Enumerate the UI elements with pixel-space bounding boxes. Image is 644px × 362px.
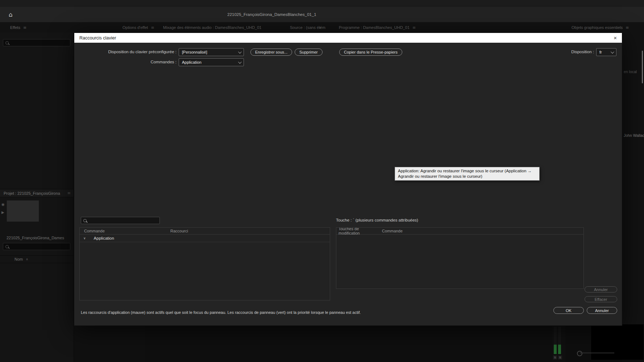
- commands-label: Commandes :: [74, 60, 176, 64]
- modifier-table-header: Touches de modification Commande: [336, 228, 583, 235]
- cancel-button[interactable]: Annuler: [587, 307, 617, 314]
- command-table-header: Commande Raccourci: [80, 228, 330, 235]
- modifier-table: Touches de modification Commande: [336, 227, 584, 289]
- key-tooltip: Application: Agrandir ou restaurer l'ima…: [395, 167, 540, 181]
- save-as-button[interactable]: Enregistrer sous...: [250, 49, 292, 56]
- chevron-down-icon: [238, 50, 242, 54]
- search-icon: [83, 219, 87, 222]
- command-search-input[interactable]: [81, 217, 160, 224]
- commands-dropdown[interactable]: Application: [179, 58, 244, 66]
- layout-dropdown[interactable]: fr: [596, 48, 616, 56]
- clear-button[interactable]: Effacer: [585, 296, 617, 302]
- close-icon[interactable]: ×: [614, 35, 617, 41]
- menu-bar: [0, 0, 644, 7]
- delete-preset-button[interactable]: Supprimer: [295, 49, 323, 56]
- keyboard-map: [79, 74, 618, 212]
- chevron-down-icon: [238, 60, 242, 64]
- key-info-text: Touche : ` (plusieurs commandes attribué…: [336, 218, 418, 222]
- preset-dropdown[interactable]: [Personnalisé]: [179, 48, 244, 56]
- preset-label: Disposition du clavier préconfigurée :: [74, 50, 176, 54]
- shortcut-color-note: Les raccourcis d'application (mauve) son…: [81, 310, 516, 315]
- project-title: 221025_FrançoisGirona_DamesBlanches_01_1: [199, 7, 344, 22]
- undo-button[interactable]: Annuler: [585, 286, 617, 292]
- dialog-title: Raccourcis clavier: [79, 35, 116, 41]
- home-icon[interactable]: ⌂: [9, 11, 13, 18]
- app-header: ⌂ 221025_FrançoisGirona_DamesBlanches_01…: [0, 7, 644, 22]
- chevron-down-icon: [611, 50, 614, 54]
- screen: { "menu_bar": {"items": ["Fichier","Edit…: [0, 0, 644, 362]
- copy-to-clipboard-button[interactable]: Copier dans le Presse-papiers: [339, 49, 402, 56]
- keyboard-shortcuts-dialog: Raccourcis clavier × Disposition du clav…: [74, 33, 622, 326]
- command-group-row[interactable]: ∨ Application: [80, 235, 330, 242]
- dialog-title-bar: Raccourcis clavier ×: [74, 33, 622, 43]
- chevron-expanded-icon[interactable]: ∨: [83, 236, 86, 240]
- ok-button[interactable]: OK: [553, 307, 584, 314]
- layout-label: Disposition :: [570, 50, 594, 54]
- command-table: Commande Raccourci ∨ Application: [79, 227, 330, 300]
